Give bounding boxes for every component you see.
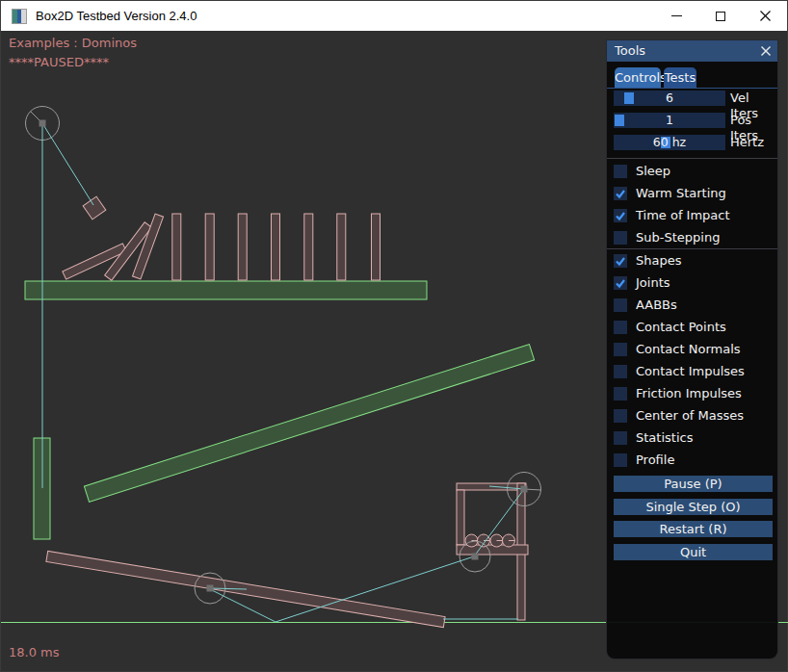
checkbox-icon[interactable] <box>614 365 627 378</box>
checkbox-contact-points[interactable]: Contact Points <box>607 316 777 338</box>
checkbox-contact-normals[interactable]: Contact Normals <box>607 338 777 360</box>
minimize-button[interactable] <box>654 1 698 31</box>
checkbox-label: Sub-Stepping <box>636 230 720 245</box>
checkbox-label: Shapes <box>636 253 681 268</box>
checkbox-icon[interactable] <box>614 298 627 312</box>
checkbox-label: Warm Starting <box>636 186 726 200</box>
vel-iters-slider[interactable]: 6 <box>614 90 725 106</box>
window-title: Box2D Testbed Version 2.4.0 <box>36 9 197 23</box>
checkbox-icon[interactable] <box>614 276 627 290</box>
checkbox-label: Sleep <box>636 164 670 178</box>
quit-button[interactable]: Quit <box>614 544 773 560</box>
hertz-row: 60 hz Hertz <box>607 135 777 150</box>
tab-controls[interactable]: Controls <box>615 67 661 88</box>
checkbox-contact-impulses[interactable]: Contact Impulses <box>607 360 777 382</box>
checkbox-icon[interactable] <box>614 231 627 245</box>
separator <box>607 158 777 159</box>
cart-shelf <box>457 545 528 555</box>
maximize-icon <box>716 12 725 21</box>
checkbox-time-of-impact[interactable]: Time of Impact <box>607 204 777 226</box>
checkbox-warm-starting[interactable]: Warm Starting <box>607 182 777 204</box>
close-icon[interactable] <box>760 45 772 57</box>
checkbox-label: Statistics <box>636 430 693 445</box>
maximize-button[interactable] <box>698 1 743 31</box>
domino <box>304 214 313 280</box>
checkbox-center-of-masses[interactable]: Center of Masses <box>607 404 777 426</box>
joint-anchors <box>39 120 528 592</box>
restart-button[interactable]: Restart (R) <box>614 521 773 537</box>
checkbox-icon[interactable] <box>614 431 627 445</box>
checkbox-label: Profile <box>636 452 674 467</box>
draw-checkboxes: Shapes Joints AABBs Contact Points Conta… <box>607 249 777 471</box>
app-icon <box>12 9 27 24</box>
pendulum-box <box>83 196 106 220</box>
checkbox-profile[interactable]: Profile <box>607 449 777 471</box>
app-window: Examples : Dominos ****PAUSED**** 18.0 m… <box>0 0 788 672</box>
checkbox-sleep[interactable]: Sleep <box>607 160 777 182</box>
checkbox-icon[interactable] <box>614 209 627 222</box>
action-buttons: Pause (P) Single Step (O) Restart (R) Qu… <box>614 476 773 566</box>
close-icon <box>760 11 771 21</box>
checkbox-icon[interactable] <box>614 254 627 268</box>
checkbox-statistics[interactable]: Statistics <box>607 426 777 449</box>
checkbox-friction-impulses[interactable]: Friction Impulses <box>607 382 777 404</box>
frame-time-label: 18.0 ms <box>9 645 60 659</box>
solver-checkboxes: Sleep Warm Starting Time of Impact Sub-S… <box>607 160 777 248</box>
hertz-label: Hertz <box>730 135 764 150</box>
checkbox-icon[interactable] <box>614 343 627 356</box>
paused-label: ****PAUSED**** <box>9 55 109 69</box>
checkbox-icon[interactable] <box>614 165 627 178</box>
cart-left-post <box>457 490 464 545</box>
checkbox-sub-stepping[interactable]: Sub-Stepping <box>607 226 777 248</box>
tilted-plank <box>84 345 534 503</box>
checkbox-label: Friction Impulses <box>636 386 742 401</box>
checkbox-icon[interactable] <box>614 187 627 200</box>
domino-platform <box>25 281 427 299</box>
domino <box>172 214 181 280</box>
titlebar: Box2D Testbed Version 2.4.0 <box>1 1 787 31</box>
domino <box>205 214 214 280</box>
tools-panel: Tools Controls Tests 6 Vel Iters 1 Pos I… <box>606 39 778 659</box>
pos-iters-row: 1 Pos Iters <box>607 113 777 128</box>
single-step-button[interactable]: Single Step (O) <box>614 499 773 515</box>
minimize-icon <box>671 15 682 16</box>
checkbox-label: Contact Points <box>636 320 726 334</box>
checkbox-joints[interactable]: Joints <box>607 271 777 294</box>
domino <box>337 214 346 280</box>
checkbox-label: Time of Impact <box>636 208 730 222</box>
checkbox-icon[interactable] <box>614 387 627 401</box>
pos-iters-slider[interactable]: 1 <box>614 113 725 128</box>
domino <box>372 214 381 280</box>
tab-tests[interactable]: Tests <box>664 67 696 88</box>
hertz-slider[interactable]: 60 hz <box>614 135 725 150</box>
checkbox-icon[interactable] <box>614 453 627 467</box>
checkbox-label: Center of Masses <box>636 408 744 423</box>
pos-iters-value: 1 <box>614 113 725 128</box>
domino <box>238 214 247 280</box>
checkbox-aabbs[interactable]: AABBs <box>607 294 777 316</box>
pause-button[interactable]: Pause (P) <box>614 476 773 492</box>
vel-iters-row: 6 Vel Iters <box>607 90 777 106</box>
close-button[interactable] <box>743 1 787 31</box>
domino <box>272 214 280 280</box>
checkbox-icon[interactable] <box>614 321 627 334</box>
tabbar-underline <box>607 88 777 89</box>
example-label: Examples : Dominos <box>9 36 137 50</box>
checkbox-label: AABBs <box>636 297 677 312</box>
checkbox-label: Contact Impulses <box>636 364 745 378</box>
checkbox-shapes[interactable]: Shapes <box>607 249 777 271</box>
hertz-value: 60 hz <box>614 135 725 150</box>
checkbox-label: Joints <box>636 275 670 290</box>
checkbox-label: Contact Normals <box>636 342 741 356</box>
tools-panel-title[interactable]: Tools <box>607 40 777 62</box>
checkbox-icon[interactable] <box>614 409 627 423</box>
vel-iters-value: 6 <box>614 90 725 106</box>
